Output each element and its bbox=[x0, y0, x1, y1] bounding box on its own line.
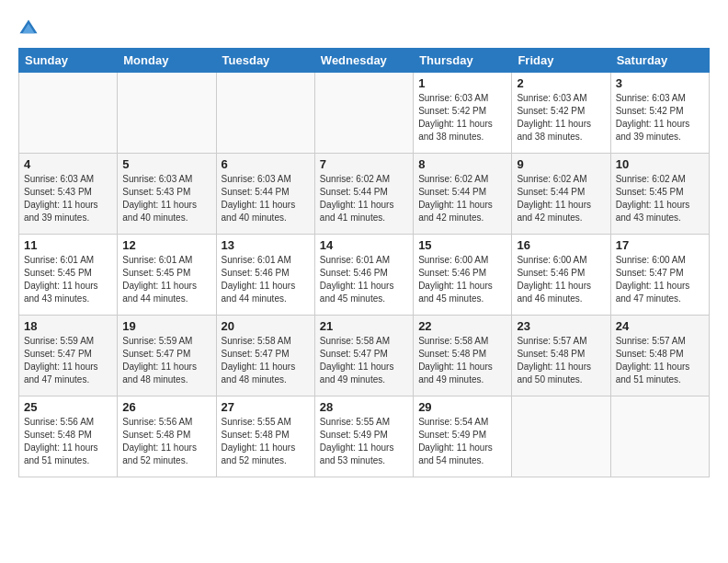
week-row-3: 18Sunrise: 5:59 AM Sunset: 5:47 PM Dayli… bbox=[19, 316, 710, 396]
day-info: Sunrise: 6:03 AM Sunset: 5:42 PM Dayligh… bbox=[517, 92, 605, 144]
day-info: Sunrise: 6:02 AM Sunset: 5:44 PM Dayligh… bbox=[517, 173, 605, 224]
calendar-cell: 15Sunrise: 6:00 AM Sunset: 5:46 PM Dayli… bbox=[414, 235, 512, 316]
day-info: Sunrise: 6:01 AM Sunset: 5:46 PM Dayligh… bbox=[222, 254, 310, 305]
day-number: 23 bbox=[517, 319, 605, 333]
day-number: 11 bbox=[24, 238, 112, 252]
calendar-cell: 16Sunrise: 6:00 AM Sunset: 5:46 PM Dayli… bbox=[512, 235, 610, 316]
day-number: 3 bbox=[616, 76, 704, 90]
calendar-cell: 6Sunrise: 6:03 AM Sunset: 5:44 PM Daylig… bbox=[216, 154, 314, 235]
day-number: 2 bbox=[517, 76, 605, 90]
day-info: Sunrise: 5:57 AM Sunset: 5:48 PM Dayligh… bbox=[517, 335, 605, 386]
day-info: Sunrise: 6:02 AM Sunset: 5:45 PM Dayligh… bbox=[616, 173, 704, 224]
calendar-cell: 10Sunrise: 6:02 AM Sunset: 5:45 PM Dayli… bbox=[610, 154, 709, 235]
day-number: 26 bbox=[122, 400, 210, 414]
calendar-cell: 17Sunrise: 6:00 AM Sunset: 5:47 PM Dayli… bbox=[610, 235, 709, 316]
day-number: 4 bbox=[24, 157, 112, 171]
day-info: Sunrise: 6:00 AM Sunset: 5:46 PM Dayligh… bbox=[517, 254, 605, 305]
day-number: 25 bbox=[24, 400, 112, 414]
day-number: 6 bbox=[222, 157, 310, 171]
day-number: 1 bbox=[418, 76, 506, 90]
day-info: Sunrise: 6:03 AM Sunset: 5:43 PM Dayligh… bbox=[24, 173, 112, 224]
weekday-header-row: SundayMondayTuesdayWednesdayThursdayFrid… bbox=[19, 49, 710, 73]
day-number: 18 bbox=[24, 319, 112, 333]
calendar-cell: 3Sunrise: 6:03 AM Sunset: 5:42 PM Daylig… bbox=[610, 73, 709, 154]
day-number: 12 bbox=[122, 238, 210, 252]
calendar-cell: 21Sunrise: 5:58 AM Sunset: 5:47 PM Dayli… bbox=[314, 316, 413, 396]
day-number: 7 bbox=[320, 157, 408, 171]
day-number: 5 bbox=[122, 157, 210, 171]
day-info: Sunrise: 5:59 AM Sunset: 5:47 PM Dayligh… bbox=[122, 335, 210, 386]
day-number: 13 bbox=[222, 238, 310, 252]
day-info: Sunrise: 6:02 AM Sunset: 5:44 PM Dayligh… bbox=[320, 173, 408, 224]
day-info: Sunrise: 6:01 AM Sunset: 5:45 PM Dayligh… bbox=[122, 254, 210, 305]
day-info: Sunrise: 5:55 AM Sunset: 5:48 PM Dayligh… bbox=[222, 416, 310, 467]
calendar-cell: 7Sunrise: 6:02 AM Sunset: 5:44 PM Daylig… bbox=[314, 154, 413, 235]
day-number: 24 bbox=[616, 319, 704, 333]
day-info: Sunrise: 5:54 AM Sunset: 5:49 PM Dayligh… bbox=[418, 416, 506, 467]
day-info: Sunrise: 6:01 AM Sunset: 5:46 PM Dayligh… bbox=[320, 254, 408, 305]
calendar-cell: 26Sunrise: 5:56 AM Sunset: 5:48 PM Dayli… bbox=[118, 396, 216, 477]
weekday-header-sunday: Sunday bbox=[19, 49, 118, 73]
logo-icon bbox=[18, 18, 39, 39]
day-info: Sunrise: 6:02 AM Sunset: 5:44 PM Dayligh… bbox=[418, 173, 506, 224]
calendar-cell: 19Sunrise: 5:59 AM Sunset: 5:47 PM Dayli… bbox=[118, 316, 216, 396]
calendar-cell: 11Sunrise: 6:01 AM Sunset: 5:45 PM Dayli… bbox=[19, 235, 118, 316]
day-number: 21 bbox=[320, 319, 408, 333]
calendar-cell: 27Sunrise: 5:55 AM Sunset: 5:48 PM Dayli… bbox=[216, 396, 314, 477]
calendar-cell: 2Sunrise: 6:03 AM Sunset: 5:42 PM Daylig… bbox=[512, 73, 610, 154]
calendar-cell bbox=[314, 73, 413, 154]
calendar-cell: 29Sunrise: 5:54 AM Sunset: 5:49 PM Dayli… bbox=[414, 396, 512, 477]
week-row-0: 1Sunrise: 6:03 AM Sunset: 5:42 PM Daylig… bbox=[19, 73, 710, 154]
week-row-2: 11Sunrise: 6:01 AM Sunset: 5:45 PM Dayli… bbox=[19, 235, 710, 316]
calendar-cell: 23Sunrise: 5:57 AM Sunset: 5:48 PM Dayli… bbox=[512, 316, 610, 396]
day-info: Sunrise: 5:55 AM Sunset: 5:49 PM Dayligh… bbox=[320, 416, 408, 467]
day-info: Sunrise: 6:03 AM Sunset: 5:43 PM Dayligh… bbox=[122, 173, 210, 224]
calendar-cell: 20Sunrise: 5:58 AM Sunset: 5:47 PM Dayli… bbox=[216, 316, 314, 396]
calendar-cell: 18Sunrise: 5:59 AM Sunset: 5:47 PM Dayli… bbox=[19, 316, 118, 396]
day-number: 15 bbox=[418, 238, 506, 252]
day-info: Sunrise: 6:00 AM Sunset: 5:46 PM Dayligh… bbox=[418, 254, 506, 305]
calendar-cell bbox=[216, 73, 314, 154]
calendar-cell: 24Sunrise: 5:57 AM Sunset: 5:48 PM Dayli… bbox=[610, 316, 709, 396]
calendar-cell: 8Sunrise: 6:02 AM Sunset: 5:44 PM Daylig… bbox=[414, 154, 512, 235]
calendar-cell: 12Sunrise: 6:01 AM Sunset: 5:45 PM Dayli… bbox=[118, 235, 216, 316]
day-info: Sunrise: 6:01 AM Sunset: 5:45 PM Dayligh… bbox=[24, 254, 112, 305]
week-row-1: 4Sunrise: 6:03 AM Sunset: 5:43 PM Daylig… bbox=[19, 154, 710, 235]
calendar-cell bbox=[610, 396, 709, 477]
day-info: Sunrise: 5:58 AM Sunset: 5:47 PM Dayligh… bbox=[222, 335, 310, 386]
day-number: 10 bbox=[616, 157, 704, 171]
day-number: 9 bbox=[517, 157, 605, 171]
day-info: Sunrise: 5:56 AM Sunset: 5:48 PM Dayligh… bbox=[122, 416, 210, 467]
weekday-header-wednesday: Wednesday bbox=[314, 49, 413, 73]
calendar-body: 1Sunrise: 6:03 AM Sunset: 5:42 PM Daylig… bbox=[19, 73, 710, 477]
weekday-header-monday: Monday bbox=[118, 49, 216, 73]
day-info: Sunrise: 5:59 AM Sunset: 5:47 PM Dayligh… bbox=[24, 335, 112, 386]
day-info: Sunrise: 6:03 AM Sunset: 5:42 PM Dayligh… bbox=[418, 92, 506, 144]
day-number: 17 bbox=[616, 238, 704, 252]
calendar-cell bbox=[118, 73, 216, 154]
calendar-cell bbox=[19, 73, 118, 154]
calendar-cell: 9Sunrise: 6:02 AM Sunset: 5:44 PM Daylig… bbox=[512, 154, 610, 235]
day-number: 8 bbox=[418, 157, 506, 171]
calendar-cell: 1Sunrise: 6:03 AM Sunset: 5:42 PM Daylig… bbox=[414, 73, 512, 154]
day-info: Sunrise: 5:58 AM Sunset: 5:47 PM Dayligh… bbox=[320, 335, 408, 386]
calendar-cell: 5Sunrise: 6:03 AM Sunset: 5:43 PM Daylig… bbox=[118, 154, 216, 235]
day-number: 28 bbox=[320, 400, 408, 414]
calendar-cell bbox=[512, 396, 610, 477]
weekday-header-saturday: Saturday bbox=[610, 49, 709, 73]
weekday-header-friday: Friday bbox=[512, 49, 610, 73]
day-number: 22 bbox=[418, 319, 506, 333]
day-number: 27 bbox=[222, 400, 310, 414]
calendar-cell: 22Sunrise: 5:58 AM Sunset: 5:48 PM Dayli… bbox=[414, 316, 512, 396]
weekday-header-tuesday: Tuesday bbox=[216, 49, 314, 73]
calendar-cell: 14Sunrise: 6:01 AM Sunset: 5:46 PM Dayli… bbox=[314, 235, 413, 316]
calendar-header: SundayMondayTuesdayWednesdayThursdayFrid… bbox=[19, 49, 710, 73]
calendar-cell: 4Sunrise: 6:03 AM Sunset: 5:43 PM Daylig… bbox=[19, 154, 118, 235]
day-info: Sunrise: 6:03 AM Sunset: 5:42 PM Dayligh… bbox=[616, 92, 704, 144]
week-row-4: 25Sunrise: 5:56 AM Sunset: 5:48 PM Dayli… bbox=[19, 396, 710, 477]
day-number: 29 bbox=[418, 400, 506, 414]
calendar-table: SundayMondayTuesdayWednesdayThursdayFrid… bbox=[18, 48, 710, 477]
calendar-cell: 25Sunrise: 5:56 AM Sunset: 5:48 PM Dayli… bbox=[19, 396, 118, 477]
day-info: Sunrise: 5:57 AM Sunset: 5:48 PM Dayligh… bbox=[616, 335, 704, 386]
weekday-header-thursday: Thursday bbox=[414, 49, 512, 73]
